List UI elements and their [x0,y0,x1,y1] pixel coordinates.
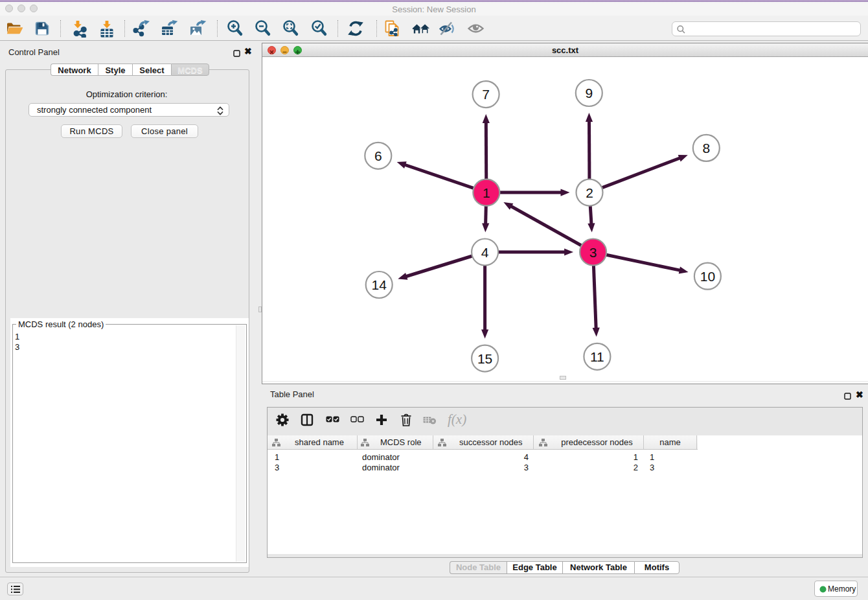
svg-text:2: 2 [586,185,593,200]
svg-text:8: 8 [702,141,710,156]
svg-text:10: 10 [700,269,715,284]
svg-text:7: 7 [482,87,490,102]
svg-text:15: 15 [477,351,492,366]
svg-text:4: 4 [481,245,489,260]
svg-text:14: 14 [372,277,387,292]
svg-text:1: 1 [483,185,490,200]
svg-text:9: 9 [585,86,593,100]
svg-text:6: 6 [374,148,382,163]
svg-text:11: 11 [590,349,604,364]
svg-text:3: 3 [589,245,597,260]
